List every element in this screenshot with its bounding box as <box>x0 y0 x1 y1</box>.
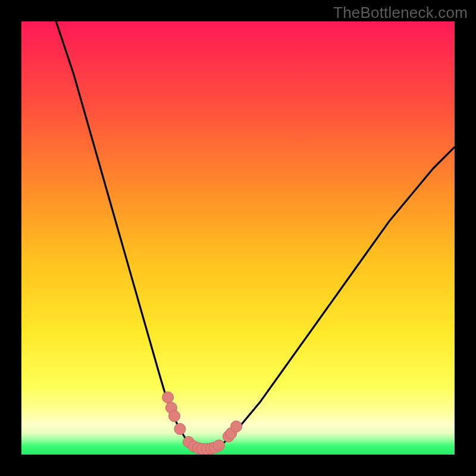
attribution-label: TheBottleneck.com <box>333 4 468 22</box>
data-marker <box>214 440 225 451</box>
plot-area <box>21 21 455 455</box>
data-marker <box>169 411 180 422</box>
data-marker <box>162 392 174 403</box>
gradient-background <box>21 21 455 455</box>
chart-svg <box>21 21 455 455</box>
data-marker <box>231 421 242 432</box>
data-marker <box>174 424 186 435</box>
chart-frame: TheBottleneck.com <box>0 0 476 476</box>
